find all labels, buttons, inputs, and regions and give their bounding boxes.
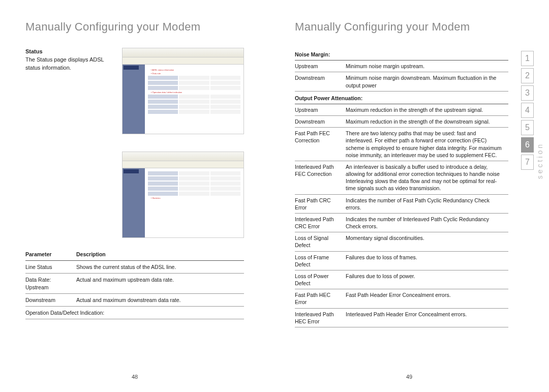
table-row: DownstreamMaximum reduction in the stren… [295, 116, 508, 128]
status-heading: Status [25, 48, 43, 54]
cell-param: Data Rate: Upstream [25, 274, 76, 293]
table-row: Loss of Frame DefectFailures due to loss… [295, 251, 508, 270]
page-number-left: 48 [132, 374, 138, 380]
table-row: Line StatusShows the current status of t… [25, 261, 244, 274]
cell-desc: Maximum reduction in the strength of the… [346, 104, 508, 115]
cell-param: Downstream [295, 72, 346, 91]
table-row: UpstreamMinimum noise margin upstream. [295, 61, 508, 72]
th-description: Description [76, 248, 244, 261]
table-row: Fast Path HEC ErrorFast Path Header Erro… [295, 289, 508, 308]
group-header-cell: Output Power Attenuation: [295, 91, 508, 104]
cell-desc: Indicates the number of Interleaved Path… [346, 213, 508, 232]
table-row: Loss of Signal DefectMomentary signal di… [295, 232, 508, 251]
group-header-cell: Noise Margin: [295, 48, 508, 61]
parameter-table-right: Noise Margin:UpstreamMinimum noise margi… [295, 48, 508, 327]
table-row: Fast Path FEC CorrectionThere are two la… [295, 128, 508, 161]
section-tab-2[interactable]: 2 [521, 68, 534, 83]
table-row: Interleaved Path HEC ErrorInterleaved Pa… [295, 308, 508, 327]
cell-desc: Actual and maximum downstream data rate. [76, 293, 244, 306]
cell-desc: Shows the current status of the ADSL lin… [76, 261, 244, 274]
cell-param: Interleaved Path CRC Error [295, 213, 346, 232]
page-title-left: Manually Configuring your Modem [25, 20, 244, 34]
screenshot-status-1: ▪ ADSL status information ▪ Data rate ▪ … [122, 48, 244, 134]
cell-desc: Minimum noise margin downstream. Maximum… [346, 72, 508, 91]
table-row: Data Rate: UpstreamActual and maximum up… [25, 274, 244, 293]
cell-param: Downstream [25, 293, 76, 306]
table-group-header: Noise Margin: [295, 48, 508, 61]
cell-param: Fast Path CRC Error [295, 194, 346, 213]
cell-desc: Maximum reduction in the strength of the… [346, 116, 508, 128]
cell-param: Operation Data/Defect Indication: [25, 306, 244, 319]
status-body: The Status page displays ADSL status inf… [25, 56, 104, 71]
cell-desc: Momentary signal discontinuities. [346, 232, 508, 251]
screenshot-status-2: ▪ Statistics [122, 152, 244, 238]
cell-param: Loss of Signal Defect [295, 232, 346, 251]
section-tab-4[interactable]: 4 [521, 103, 534, 118]
table-row: DownstreamMinimum noise margin downstrea… [295, 72, 508, 91]
table-row: DownstreamActual and maximum downstream … [25, 293, 244, 306]
section-tab-7[interactable]: 7 [521, 155, 534, 170]
cell-param: Loss of Power Defect [295, 270, 346, 289]
cell-param: Loss of Frame Defect [295, 251, 346, 270]
cell-desc: Actual and maximum upstream data rate. [76, 274, 244, 293]
table-row: UpstreamMaximum reduction in the strengt… [295, 104, 508, 115]
cell-param: Line Status [25, 261, 76, 274]
page-right: Manually Configuring your Modem Noise Ma… [269, 0, 549, 392]
section-tabs: 1234567 [521, 51, 534, 170]
cell-param: Upstream [295, 104, 346, 115]
cell-desc: Indicates the number of Fast Path Cyclic… [346, 194, 508, 213]
cell-param: Fast Path FEC Correction [295, 128, 346, 161]
table-row: Fast Path CRC ErrorIndicates the number … [295, 194, 508, 213]
page-number-right: 49 [406, 374, 412, 380]
cell-desc: Fast Path Header Error Concealment error… [346, 289, 508, 308]
cell-desc: Interleaved Path Header Error Concealmen… [346, 308, 508, 327]
section-tab-1[interactable]: 1 [521, 51, 534, 66]
page-left: Manually Configuring your Modem Status T… [0, 0, 269, 392]
parameter-table-left: Parameter Description Line StatusShows t… [25, 248, 244, 319]
section-tab-5[interactable]: 5 [521, 120, 534, 135]
status-text: Status The Status page displays ADSL sta… [25, 48, 112, 238]
cell-param: Upstream [295, 61, 346, 72]
cell-desc: Failures due to loss of frames. [346, 251, 508, 270]
th-parameter: Parameter [25, 248, 76, 261]
cell-desc: Minimum noise margin upstream. [346, 61, 508, 72]
section-label: section [536, 142, 544, 179]
section-tab-3[interactable]: 3 [521, 85, 534, 101]
cell-param: Fast Path HEC Error [295, 289, 346, 308]
cell-desc: Failures due to loss of power. [346, 270, 508, 289]
table-row: Loss of Power DefectFailures due to loss… [295, 270, 508, 289]
table-row: Interleaved Path CRC ErrorIndicates the … [295, 213, 508, 232]
cell-desc: An interleaver is basically a buffer use… [346, 161, 508, 194]
table-row: Interleaved Path FEC CorrectionAn interl… [295, 161, 508, 194]
table-group-header: Output Power Attenuation: [295, 91, 508, 104]
table-row: Operation Data/Defect Indication: [25, 306, 244, 319]
cell-desc: There are two latency paths that may be … [346, 128, 508, 161]
cell-param: Interleaved Path HEC Error [295, 308, 346, 327]
section-tab-6[interactable]: 6 [521, 137, 534, 153]
cell-param: Interleaved Path FEC Correction [295, 161, 346, 194]
page-title-right: Manually Configuring your Modem [295, 20, 508, 34]
cell-param: Downstream [295, 116, 346, 128]
